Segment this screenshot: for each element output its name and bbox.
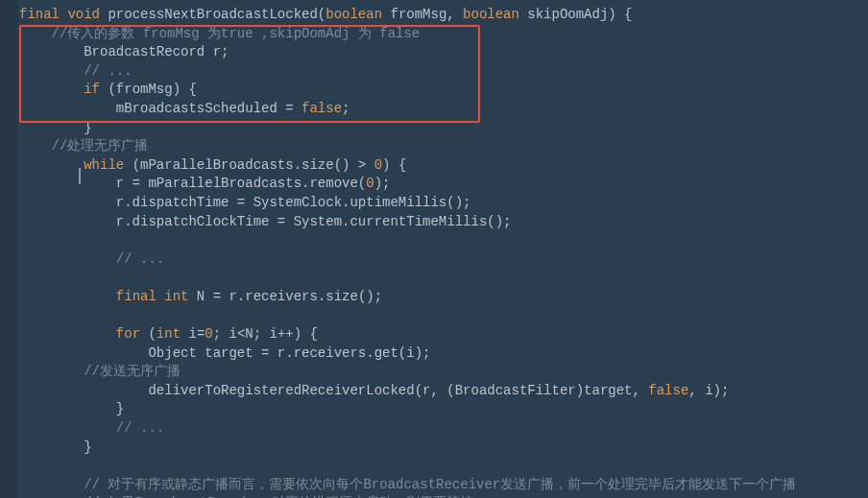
indent [19, 82, 84, 97]
keyword: final int [116, 289, 189, 304]
code: N = r.receivers.size(); [188, 289, 382, 304]
keyword: final void [19, 7, 108, 22]
code: , i); [688, 383, 729, 398]
keyword: for [116, 326, 140, 342]
code: r = mParallelBroadcasts.remove( [19, 176, 366, 191]
code-line: } [19, 401, 124, 416]
code-line: BroadcastRecord r; [19, 44, 229, 59]
keyword: if [84, 82, 100, 97]
code: deliverToRegisteredReceiverLocked(r, (Br… [19, 383, 648, 398]
comment-line: //传入的参数 fromMsg 为true ,skipOomAdj 为 fals… [19, 26, 420, 41]
code-editor-content[interactable]: final void processNextBroadcastLocked(bo… [19, 6, 796, 498]
code: ) { [382, 157, 406, 173]
param: skipOomAdj) { [519, 7, 633, 22]
code-line: mBroadcastsScheduled = false; [19, 101, 350, 116]
function-name: processNextBroadcastLocked [108, 7, 317, 22]
comment-line: // ... [19, 63, 133, 79]
code-line: } [19, 120, 92, 135]
code-line: deliverToRegisteredReceiverLocked(r, (Br… [19, 383, 729, 398]
type: boolean [326, 7, 382, 22]
code-line: r.dispatchTime = SystemClock.uptimeMilli… [19, 195, 470, 210]
type: boolean [463, 7, 519, 22]
code-line: r.dispatchClockTime = System.currentTime… [19, 214, 511, 229]
code: ; i<N; i++) { [213, 326, 318, 342]
code: i= [181, 326, 205, 342]
code-line: Object target = r.receivers.get(i); [19, 345, 430, 361]
punct: ( [318, 7, 326, 22]
comment-line: // 对于有序或静态广播而言，需要依次向每个BroadcastReceiver发… [19, 477, 796, 492]
punct: ; [342, 101, 350, 116]
indent [19, 289, 116, 304]
code: (mParallelBroadcasts.size() > [124, 157, 374, 173]
number: 0 [374, 157, 382, 173]
comment-line: //发送无序广播 [19, 364, 181, 379]
param: fromMsg, [382, 7, 463, 22]
number: 0 [366, 176, 374, 191]
code-line: for (int i=0; i<N; i++) { [19, 326, 318, 342]
code-line: r = mParallelBroadcasts.remove(0); [19, 176, 390, 191]
type: int [157, 326, 181, 342]
code: (fromMsg) { [100, 82, 197, 97]
boolean: false [301, 101, 342, 116]
code-line: while (mParallelBroadcasts.size() > 0) { [19, 157, 406, 173]
punct: ( [140, 326, 157, 342]
comment-line: //处理无序广播 [19, 138, 148, 154]
number: 0 [205, 326, 212, 342]
keyword: while [84, 157, 124, 173]
editor-gutter [0, 0, 17, 498]
code-line: final void processNextBroadcastLocked(bo… [19, 7, 633, 22]
code-line: final int N = r.receivers.size(); [19, 289, 382, 304]
comment-line: // ... [19, 251, 164, 267]
punct: ); [374, 176, 391, 191]
code-line: if (fromMsg) { [19, 82, 197, 97]
comment-line: // ... [19, 420, 164, 436]
indent [19, 157, 84, 173]
code-line: } [19, 439, 92, 455]
code: mBroadcastsScheduled = [19, 101, 301, 116]
boolean: false [648, 383, 688, 398]
indent [19, 326, 116, 342]
